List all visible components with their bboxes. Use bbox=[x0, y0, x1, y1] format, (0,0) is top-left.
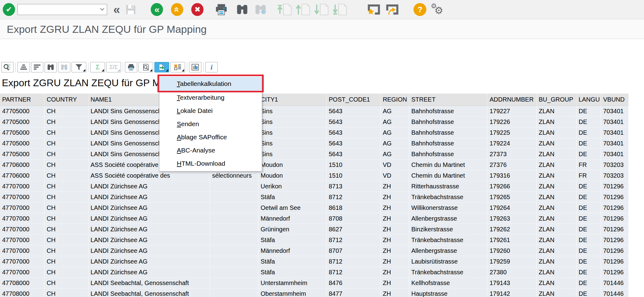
cell[interactable]: Sins bbox=[258, 106, 327, 117]
cell[interactable]: 47705000 bbox=[0, 117, 45, 127]
cell[interactable]: 701296 bbox=[601, 267, 629, 278]
cell[interactable] bbox=[210, 224, 258, 235]
cell[interactable]: ZH bbox=[381, 267, 409, 278]
cell[interactable]: 47705000 bbox=[0, 149, 45, 160]
cell[interactable]: DE bbox=[576, 213, 601, 224]
cell[interactable]: FR bbox=[576, 160, 601, 170]
cell[interactable]: AG bbox=[381, 127, 409, 138]
cell[interactable]: Tränkebachstrasse bbox=[409, 235, 487, 245]
cell[interactable]: ZLAN bbox=[537, 235, 576, 245]
find-next-button[interactable] bbox=[58, 62, 70, 72]
cell[interactable]: Chemin du Martinet bbox=[409, 170, 487, 181]
customize-layout-button[interactable]: ⚙ ⚙ bbox=[431, 3, 445, 16]
cell[interactable]: 5643 bbox=[327, 117, 381, 127]
choose-layout-button[interactable] bbox=[170, 62, 185, 72]
cell[interactable]: ASS Société coopérative des bbox=[88, 170, 210, 181]
cell[interactable]: 179266 bbox=[487, 181, 537, 192]
cell[interactable]: 179262 bbox=[487, 224, 537, 235]
cell[interactable]: ZLAN bbox=[537, 288, 576, 297]
cell[interactable]: CH bbox=[45, 106, 88, 117]
cell[interactable]: LANDI Zürichsee AG bbox=[88, 245, 210, 256]
cell[interactable]: Hauptstrasse bbox=[409, 288, 487, 297]
cell[interactable]: VD bbox=[381, 170, 409, 181]
cell[interactable]: CH bbox=[45, 170, 88, 181]
cell[interactable] bbox=[210, 213, 258, 224]
menu-item-senden[interactable]: Senden bbox=[159, 117, 262, 130]
find-button[interactable] bbox=[45, 62, 57, 72]
cell[interactable]: 701296 bbox=[601, 245, 629, 256]
cell[interactable]: CH bbox=[45, 256, 88, 267]
page-up-button[interactable] bbox=[296, 3, 311, 16]
cell[interactable]: Binzikerstrasse bbox=[409, 224, 487, 235]
cell[interactable]: ZH bbox=[381, 192, 409, 202]
cell[interactable]: 701296 bbox=[601, 213, 629, 224]
create-shortcut-button[interactable] bbox=[385, 3, 399, 16]
cell[interactable]: ZLAN bbox=[537, 117, 576, 127]
cell[interactable]: AG bbox=[381, 106, 409, 117]
views-button[interactable] bbox=[138, 62, 153, 72]
cell[interactable]: Sins bbox=[258, 117, 327, 127]
cell[interactable]: Sins bbox=[258, 138, 327, 149]
cell[interactable]: 8708 bbox=[327, 213, 381, 224]
cell[interactable] bbox=[210, 256, 258, 267]
cell[interactable]: Chemin du Martinet bbox=[409, 160, 487, 170]
cell[interactable]: CH bbox=[45, 224, 88, 235]
column-header-city1[interactable]: CITY1 bbox=[258, 94, 327, 106]
cell[interactable]: ZH bbox=[381, 181, 409, 192]
back-button[interactable]: « bbox=[151, 3, 163, 16]
cell[interactable]: LANDI Zürichsee AG bbox=[88, 256, 210, 267]
page-down-button[interactable] bbox=[314, 3, 329, 16]
cell[interactable]: sélectionneurs bbox=[210, 170, 258, 181]
help-button[interactable]: ? bbox=[413, 3, 426, 16]
cell[interactable]: 5643 bbox=[327, 138, 381, 149]
cell[interactable]: ZLAN bbox=[537, 160, 576, 170]
cell[interactable]: Grüningen bbox=[258, 224, 327, 235]
cell[interactable]: DE bbox=[576, 127, 601, 138]
cell[interactable]: LANDI Zürichsee AG bbox=[88, 267, 210, 278]
menu-item-html-download[interactable]: HTML-Download bbox=[159, 157, 262, 170]
cell[interactable]: 701296 bbox=[601, 235, 629, 245]
cell[interactable]: 47706000 bbox=[0, 160, 45, 170]
cell[interactable]: 1510 bbox=[327, 170, 381, 181]
cell[interactable]: Willikonerstrasse bbox=[409, 202, 487, 213]
cell[interactable]: ZLAN bbox=[537, 192, 576, 202]
cell[interactable]: DE bbox=[576, 256, 601, 267]
cell[interactable]: 47707000 bbox=[0, 267, 45, 278]
cell[interactable]: CH bbox=[45, 278, 88, 288]
column-header-vbund[interactable]: VBUND bbox=[601, 94, 629, 106]
cell[interactable]: Bahnhofstrasse bbox=[409, 106, 487, 117]
cell[interactable]: 8627 bbox=[327, 224, 381, 235]
cell[interactable]: 47708000 bbox=[0, 278, 45, 288]
cell[interactable]: DE bbox=[576, 267, 601, 278]
first-page-button[interactable] bbox=[277, 3, 293, 16]
total-button[interactable]: Σ bbox=[90, 62, 105, 72]
cell[interactable]: 47708000 bbox=[0, 288, 45, 297]
cell[interactable]: ZLAN bbox=[537, 181, 576, 192]
cell[interactable]: 8712 bbox=[327, 256, 381, 267]
cell[interactable]: 27380 bbox=[487, 267, 537, 278]
cell[interactable]: Ritterhausstrasse bbox=[409, 181, 487, 192]
cell[interactable]: CH bbox=[45, 213, 88, 224]
cell[interactable] bbox=[210, 278, 258, 288]
cell[interactable]: DE bbox=[576, 288, 601, 297]
cell[interactable]: 47705000 bbox=[0, 138, 45, 149]
cancel-button[interactable]: ✖ bbox=[191, 3, 204, 16]
cell[interactable]: LANDI Zürichsee AG bbox=[88, 181, 210, 192]
cell[interactable]: Oberstammheim bbox=[258, 288, 327, 297]
column-header-langu[interactable]: LANGU bbox=[576, 94, 601, 106]
details-button[interactable] bbox=[1, 62, 14, 72]
cell[interactable]: Stäfa bbox=[258, 256, 327, 267]
find-next-button[interactable] bbox=[254, 3, 267, 16]
cell[interactable]: Sins bbox=[258, 127, 327, 138]
cell[interactable]: 47705000 bbox=[0, 106, 45, 117]
cell[interactable]: 8707 bbox=[327, 245, 381, 256]
cell[interactable]: 47706000 bbox=[0, 170, 45, 181]
last-page-button[interactable] bbox=[332, 3, 348, 16]
cell[interactable]: DE bbox=[576, 192, 601, 202]
cell[interactable]: 8712 bbox=[327, 235, 381, 245]
cell[interactable]: 701446 bbox=[601, 288, 629, 297]
column-header-post_code1[interactable]: POST_CODE1 bbox=[327, 94, 381, 106]
cell[interactable]: ZH bbox=[381, 256, 409, 267]
cell[interactable]: 47707000 bbox=[0, 213, 45, 224]
cell[interactable]: Tränkebachstrasse bbox=[409, 267, 487, 278]
